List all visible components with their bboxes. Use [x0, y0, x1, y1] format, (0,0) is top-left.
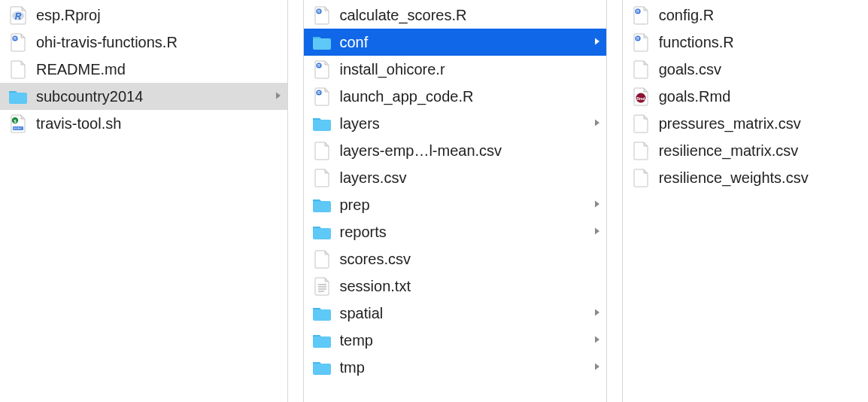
file-name-label: resilience_matrix.csv [659, 142, 863, 160]
file-name-label: config.R [659, 7, 863, 24]
file-name-label: resilience_weights.csv [659, 169, 863, 187]
file-name-label: spatial [340, 305, 590, 322]
file-name-label: esp.Rproj [36, 7, 283, 24]
file-row[interactable]: launch_app_code.R [304, 83, 606, 110]
file-row[interactable]: install_ohicore.r [304, 56, 606, 83]
chevron-right-icon [590, 35, 602, 49]
blank-icon [311, 140, 332, 161]
blank-icon [8, 59, 29, 80]
file-name-label: README.md [36, 61, 283, 78]
chevron-right-icon [590, 198, 602, 212]
file-row[interactable]: calculate_scores.R [304, 2, 606, 29]
file-name-label: layers [340, 115, 590, 132]
file-name-label: tmp [340, 359, 590, 376]
rfile-icon [311, 5, 332, 26]
blank-icon [630, 140, 651, 161]
file-row[interactable]: layers.csv [304, 164, 606, 191]
file-row[interactable]: ohi-travis-functions.R [0, 29, 287, 56]
file-name-label: goals.csv [659, 61, 863, 78]
file-name-label: session.txt [340, 278, 602, 295]
column-subcountry2014[interactable]: calculate_scores.Rconfinstall_ohicore.rl… [303, 0, 607, 402]
file-name-label: reports [340, 224, 590, 241]
file-name-label: install_ohicore.r [340, 61, 602, 78]
file-name-label: temp [340, 332, 590, 349]
folder-icon [311, 303, 332, 324]
blank-icon [630, 113, 651, 134]
folder-row[interactable]: subcountry2014 [0, 83, 287, 110]
rfile-icon [630, 5, 651, 26]
folder-icon [8, 86, 29, 107]
folder-icon [311, 357, 332, 378]
blank-icon [311, 167, 332, 188]
rfile-icon [311, 59, 332, 80]
file-name-label: ohi-travis-functions.R [36, 34, 283, 51]
folder-row[interactable]: spatial [304, 300, 606, 327]
file-name-label: subcountry2014 [36, 88, 271, 105]
folder-row[interactable]: conf [304, 29, 606, 56]
chevron-right-icon [590, 225, 602, 239]
folder-icon [311, 221, 332, 242]
chevron-right-icon [590, 361, 602, 374]
folder-icon [311, 194, 332, 215]
file-name-label: launch_app_code.R [340, 88, 602, 105]
folder-row[interactable]: tmp [304, 354, 606, 381]
sh-icon [8, 113, 29, 134]
file-name-label: pressures_matrix.csv [659, 115, 863, 132]
file-name-label: scores.csv [340, 251, 602, 268]
column-root[interactable]: esp.Rprojohi-travis-functions.RREADME.md… [0, 0, 288, 402]
file-row[interactable]: travis-tool.sh [0, 110, 287, 137]
chevron-right-icon [590, 333, 602, 347]
file-name-label: functions.R [659, 34, 863, 51]
rfile-icon [630, 32, 651, 53]
file-row[interactable]: layers-emp…l-mean.csv [304, 137, 606, 164]
folder-row[interactable]: temp [304, 327, 606, 354]
file-row[interactable]: pressures_matrix.csv [623, 110, 868, 137]
file-row[interactable]: functions.R [623, 29, 868, 56]
rmd-icon [630, 86, 651, 107]
file-row[interactable]: goals.Rmd [623, 83, 868, 110]
file-row[interactable]: README.md [0, 56, 287, 83]
folder-icon [311, 113, 332, 134]
file-row[interactable]: esp.Rproj [0, 2, 287, 29]
blank-icon [311, 248, 332, 270]
file-name-label: travis-tool.sh [36, 115, 283, 132]
txt-icon [311, 276, 332, 297]
folder-row[interactable]: layers [304, 110, 606, 137]
file-name-label: layers.csv [340, 169, 602, 187]
file-name-label: goals.Rmd [659, 88, 863, 105]
blank-icon [630, 59, 651, 80]
file-row[interactable]: resilience_matrix.csv [623, 137, 868, 164]
blank-icon [630, 167, 651, 188]
file-row[interactable]: goals.csv [623, 56, 868, 83]
finder-column-view: esp.Rprojohi-travis-functions.RREADME.md… [0, 0, 868, 402]
column-conf[interactable]: config.Rfunctions.Rgoals.csvgoals.Rmdpre… [622, 0, 868, 402]
folder-row[interactable]: prep [304, 191, 606, 218]
folder-icon [311, 32, 332, 53]
folder-row[interactable]: reports [304, 218, 606, 245]
rfile-icon [311, 86, 332, 107]
rfile-icon [8, 32, 29, 53]
file-name-label: calculate_scores.R [340, 7, 602, 24]
folder-icon [311, 330, 332, 351]
file-row[interactable]: scores.csv [304, 245, 606, 273]
chevron-right-icon [590, 306, 602, 320]
file-name-label: conf [340, 34, 590, 51]
chevron-right-icon [271, 90, 283, 103]
file-row[interactable]: resilience_weights.csv [623, 164, 868, 191]
file-name-label: layers-emp…l-mean.csv [340, 142, 602, 160]
file-name-label: prep [340, 196, 590, 214]
file-row[interactable]: config.R [623, 2, 868, 29]
file-row[interactable]: session.txt [304, 273, 606, 300]
rproj-icon [8, 5, 29, 26]
chevron-right-icon [590, 117, 602, 130]
